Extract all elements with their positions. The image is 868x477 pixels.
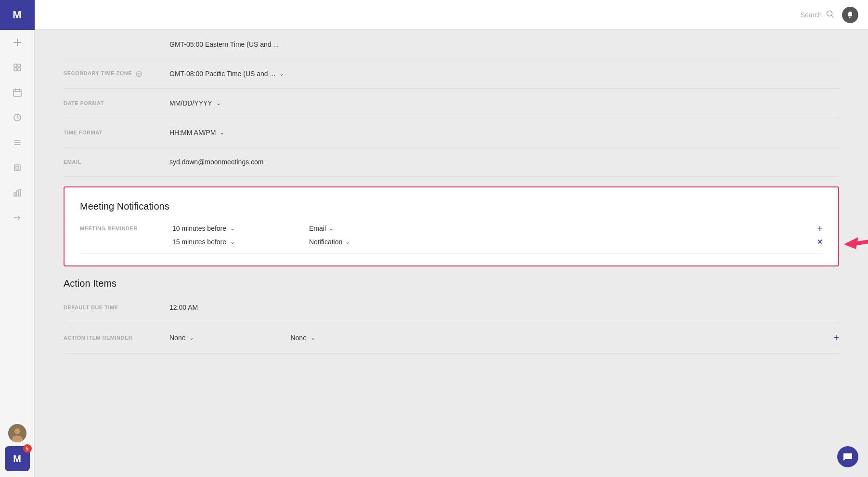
content-area: GMT-05:00 Eastern Time (US and ... SECON… [35, 30, 868, 477]
chat-icon [842, 451, 853, 462]
add-icon [13, 38, 22, 47]
sidebar-item-clock[interactable] [0, 105, 35, 130]
date-format-row: DATE FORMAT MM/DD/YYYY ⌄ [64, 89, 839, 118]
grid-icon [13, 63, 22, 72]
add-reminder-button[interactable]: + [817, 224, 823, 233]
layers-icon [13, 163, 22, 172]
secondary-timezone-value[interactable]: GMT-08:00 Pacific Time (US and ... ⌄ [169, 70, 284, 78]
top-timezone-value: GMT-05:00 Eastern Time (US and ... [169, 40, 279, 48]
time-format-chevron[interactable]: ⌄ [220, 129, 224, 136]
svg-line-24 [832, 15, 834, 17]
reminder-row-2: 15 minutes before ⌄ Notification ⌄ ✕ [80, 238, 823, 246]
sidebar-item-chart[interactable] [0, 180, 35, 205]
date-format-label: DATE FORMAT [64, 100, 169, 106]
reminder2-type-text: Notification [309, 238, 342, 246]
search-label: Search [801, 11, 822, 19]
list-icon [13, 138, 22, 147]
meeting-notifications-title: Meeting Notifications [80, 201, 823, 212]
sidebar-m-button[interactable]: M 5 [5, 446, 30, 471]
avatar-image [8, 424, 26, 442]
top-timezone-row: GMT-05:00 Eastern Time (US and ... [64, 30, 839, 59]
sidebar-item-grid[interactable] [0, 55, 35, 80]
action-reminder-time-chevron[interactable]: ⌄ [189, 334, 194, 341]
svg-rect-18 [19, 189, 21, 196]
secondary-timezone-row: SECONDARY TIME ZONE ? GMT-08:00 Pacific … [64, 59, 839, 89]
top-timezone-text: GMT-05:00 Eastern Time (US and ... [169, 40, 279, 48]
date-format-chevron[interactable]: ⌄ [216, 100, 221, 106]
email-value: syd.down@moonmeetings.com [169, 158, 264, 166]
reminder-row-1: MEETING REMINDER 10 minutes before ⌄ Ema… [80, 224, 823, 233]
app-logo[interactable]: M [0, 0, 35, 30]
notification-badge: 5 [23, 444, 32, 453]
action-reminder-time-dropdown[interactable]: None ⌄ [169, 334, 194, 342]
m-logo-text: M [13, 453, 21, 464]
reminder1-type-dropdown[interactable]: Email ⌄ [309, 225, 372, 232]
action-reminder-type-dropdown[interactable]: None ⌄ [290, 334, 315, 342]
action-items-title: Action Items [64, 278, 839, 289]
search-icon[interactable] [826, 10, 834, 20]
add-action-reminder-button[interactable]: + [833, 333, 839, 343]
reminder2-time-chevron[interactable]: ⌄ [230, 238, 235, 245]
svg-point-21 [14, 428, 20, 434]
sidebar-item-calendar[interactable] [0, 80, 35, 105]
time-format-text: HH:MM AM/PM [169, 129, 216, 136]
reminder1-type-chevron[interactable]: ⌄ [329, 225, 334, 232]
secondary-timezone-text: GMT-08:00 Pacific Time (US and ... [169, 70, 275, 78]
secondary-timezone-chevron[interactable]: ⌄ [279, 70, 284, 77]
svg-rect-4 [14, 68, 17, 71]
arrow-right-icon [13, 213, 22, 223]
top-header: Search [35, 0, 868, 30]
action-reminder-row: ACTION ITEM REMINDER None ⌄ None ⌄ + [64, 322, 839, 354]
time-format-row: TIME FORMAT HH:MM AM/PM ⌄ [64, 118, 839, 147]
default-due-time-label: DEFAULT DUE TIME [64, 305, 169, 310]
chart-icon [13, 188, 22, 198]
svg-rect-16 [14, 193, 16, 196]
reminder2-time-text: 15 minutes before [172, 238, 226, 246]
svg-marker-27 [844, 237, 858, 249]
secondary-timezone-label: SECONDARY TIME ZONE ? [64, 70, 169, 77]
action-reminder-type-text: None [290, 334, 306, 342]
date-format-value[interactable]: MM/DD/YYYY ⌄ [169, 99, 221, 107]
main-wrapper: Search GMT-05:00 Eastern Time (US and ..… [35, 0, 868, 477]
reminder2-type-chevron[interactable]: ⌄ [345, 238, 350, 245]
chat-button[interactable] [837, 446, 858, 467]
date-format-text: MM/DD/YYYY [169, 99, 212, 107]
sidebar-item-list[interactable] [0, 130, 35, 155]
reminder1-time-dropdown[interactable]: 10 minutes before ⌄ [172, 225, 259, 232]
clock-icon [13, 113, 22, 122]
reminder1-time-chevron[interactable]: ⌄ [230, 225, 235, 232]
reminder1-type-text: Email [309, 225, 326, 232]
svg-rect-5 [18, 68, 21, 71]
calendar-icon [13, 88, 22, 97]
sidebar-item-add[interactable] [0, 30, 35, 55]
search-area: Search [801, 7, 858, 23]
reminder2-type-dropdown[interactable]: Notification ⌄ [309, 238, 372, 246]
svg-rect-3 [18, 64, 21, 67]
sidebar: M [0, 0, 35, 477]
meeting-reminder-label: MEETING REMINDER [80, 225, 167, 231]
svg-rect-17 [16, 191, 18, 196]
email-text: syd.down@moonmeetings.com [169, 158, 264, 166]
time-format-label: TIME FORMAT [64, 130, 169, 135]
default-due-time-text: 12:00 AM [169, 304, 198, 311]
svg-rect-2 [14, 64, 17, 67]
reminder2-time-dropdown[interactable]: 15 minutes before ⌄ [172, 238, 259, 246]
svg-rect-6 [13, 90, 21, 96]
reminder1-time-text: 10 minutes before [172, 225, 226, 232]
action-reminder-type-chevron[interactable]: ⌄ [311, 334, 315, 341]
action-reminder-label: ACTION ITEM REMINDER [64, 335, 169, 341]
remove-reminder-button[interactable]: ✕ [817, 238, 823, 246]
email-row: EMAIL syd.down@moonmeetings.com [64, 147, 839, 177]
default-due-time-value: 12:00 AM [169, 304, 198, 311]
avatar[interactable] [8, 424, 26, 442]
svg-rect-14 [14, 165, 20, 171]
logo-icon: M [13, 9, 21, 21]
svg-rect-15 [16, 166, 19, 169]
notification-bell[interactable] [842, 7, 858, 23]
meeting-notifications-card: Meeting Notifications MEETING REMINDER 1… [64, 186, 839, 266]
svg-text:?: ? [137, 72, 140, 77]
sidebar-item-layers[interactable] [0, 155, 35, 180]
time-format-value[interactable]: HH:MM AM/PM ⌄ [169, 129, 224, 136]
email-label: EMAIL [64, 159, 169, 165]
sidebar-item-arrow[interactable] [0, 205, 35, 230]
